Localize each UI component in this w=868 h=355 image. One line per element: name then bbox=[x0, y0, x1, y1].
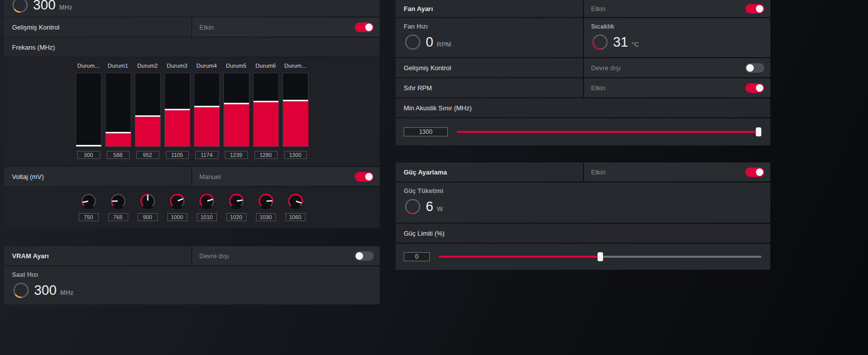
voltage-knob-column: 750 bbox=[76, 192, 102, 221]
power-tuning-toggle[interactable] bbox=[745, 167, 764, 177]
power-draw-value: 6 bbox=[426, 200, 433, 214]
freq-state-name: Durum5 bbox=[226, 63, 246, 71]
fan-advanced-control-status: Devre dışı bbox=[591, 64, 621, 72]
voltage-value-box[interactable]: 765 bbox=[108, 213, 128, 221]
freq-bar-fill[interactable] bbox=[283, 100, 308, 146]
zero-rpm-toggle[interactable] bbox=[745, 83, 764, 93]
freq-state-column: Durum3 1105 bbox=[164, 63, 190, 159]
slider-fill bbox=[457, 131, 759, 133]
freq-bar[interactable] bbox=[194, 73, 220, 147]
freq-value-box[interactable]: 952 bbox=[136, 151, 159, 159]
freq-state-column: Durum1 588 bbox=[105, 63, 131, 159]
slider-fill bbox=[439, 256, 599, 258]
min-acoustic-slider[interactable] bbox=[457, 127, 761, 136]
voltage-knob[interactable] bbox=[227, 192, 245, 210]
min-acoustic-value-input[interactable]: 1300 bbox=[404, 127, 448, 136]
power-limit-value-input[interactable]: 0 bbox=[404, 252, 430, 261]
power-limit-slider-handle[interactable] bbox=[598, 252, 603, 261]
power-draw-gauge: 6 W bbox=[404, 198, 762, 216]
freq-bar-fill[interactable] bbox=[224, 103, 249, 146]
toggle-knob bbox=[756, 84, 763, 92]
freq-state-name: Durum2 bbox=[137, 63, 158, 71]
vram-toggle[interactable] bbox=[355, 251, 374, 261]
freq-bar[interactable] bbox=[164, 73, 190, 147]
top-clock-gauge: 300 MHz bbox=[4, 0, 380, 17]
zero-rpm-status-cell: Etkin bbox=[584, 78, 770, 97]
fan-tuning-toggle[interactable] bbox=[745, 4, 764, 14]
voltage-knob[interactable] bbox=[257, 192, 275, 210]
freq-bar[interactable] bbox=[76, 73, 102, 147]
freq-bar-fill[interactable] bbox=[253, 101, 278, 146]
voltage-value-box[interactable]: 1060 bbox=[285, 213, 306, 221]
voltage-value-box[interactable]: 1020 bbox=[226, 213, 246, 221]
fan-advanced-control-toggle[interactable] bbox=[745, 63, 764, 73]
toggle-knob bbox=[365, 24, 373, 31]
temperature-gauge-icon bbox=[591, 33, 609, 51]
gpu-advanced-control-toggle[interactable] bbox=[355, 23, 374, 32]
freq-state-name: Durum6 bbox=[255, 63, 276, 71]
freq-value-box[interactable]: 1105 bbox=[166, 151, 189, 159]
freq-bar[interactable] bbox=[105, 73, 131, 147]
voltage-label-cell: Voltaj (mV) bbox=[4, 167, 191, 186]
voltage-value-box[interactable]: 750 bbox=[79, 213, 99, 221]
clock-gauge-strip: 300 MHz bbox=[4, 0, 380, 17]
toggle-knob bbox=[356, 252, 363, 260]
voltage-value-box[interactable]: 900 bbox=[138, 213, 158, 221]
freq-value-box[interactable]: 1239 bbox=[225, 151, 248, 159]
temperature-gauge: 31 °C bbox=[591, 33, 639, 51]
voltage-knob[interactable] bbox=[80, 192, 98, 210]
frequency-header: Frekans (MHz) bbox=[4, 38, 380, 57]
freq-state-name: Durum... bbox=[284, 63, 306, 71]
toggle-knob bbox=[365, 173, 373, 181]
min-acoustic-slider-handle[interactable] bbox=[756, 127, 761, 136]
freq-value-box[interactable]: 588 bbox=[107, 151, 130, 159]
fan-tuning-status-cell: Etkin bbox=[584, 0, 770, 17]
freq-bar-fill[interactable] bbox=[106, 132, 131, 146]
vram-clock-gauge: 300 MHz bbox=[12, 281, 372, 299]
toggle-knob bbox=[756, 168, 763, 176]
voltage-toggle[interactable] bbox=[355, 172, 374, 182]
min-acoustic-slider-row: 1300 bbox=[396, 118, 770, 145]
voltage-knob-column: 1010 bbox=[194, 192, 220, 221]
frequency-header-label: Frekans (MHz) bbox=[12, 44, 55, 51]
freq-bar[interactable] bbox=[135, 73, 161, 147]
freq-bar[interactable] bbox=[253, 73, 279, 147]
freq-state-name: Durum3 bbox=[167, 63, 187, 71]
voltage-value-box[interactable]: 1030 bbox=[256, 213, 276, 221]
freq-bar[interactable] bbox=[282, 73, 309, 147]
zero-rpm-label-cell: Sıfır RPM bbox=[396, 78, 583, 97]
gpu-advanced-control-status-cell: Etkin bbox=[192, 18, 380, 37]
freq-bar-fill[interactable] bbox=[76, 145, 101, 146]
row-vram: VRAM Ayarı Devre dışı bbox=[4, 246, 380, 265]
temperature-unit: °C bbox=[632, 37, 639, 48]
row-fan-advanced-control: Gelişmiş Kontrol Devre dışı bbox=[396, 58, 770, 77]
power-limit-header: Güç Limiti (%) bbox=[396, 224, 770, 243]
voltage-status: Manuel bbox=[199, 173, 221, 181]
voltage-knob[interactable] bbox=[286, 192, 305, 210]
voltage-knob-column: 765 bbox=[105, 192, 131, 221]
voltage-knob[interactable] bbox=[198, 192, 216, 210]
power-tuning-status: Etkin bbox=[591, 168, 606, 176]
fan-tuning-title: Fan Ayarı bbox=[404, 5, 433, 13]
freq-value-box[interactable]: 1300 bbox=[284, 151, 307, 159]
freq-state-name: Durum1 bbox=[108, 63, 128, 71]
voltage-value-box[interactable]: 1010 bbox=[197, 213, 217, 221]
freq-bar-fill[interactable] bbox=[135, 115, 160, 146]
toggle-knob bbox=[756, 5, 763, 13]
voltage-knob[interactable] bbox=[168, 192, 186, 210]
freq-state-name: Durum4 bbox=[196, 63, 217, 71]
fan-speed-cell: Fan Hızı 0 RPM bbox=[396, 18, 583, 57]
voltage-knob-column: 1060 bbox=[282, 192, 309, 221]
power-tuning-title: Güç Ayarlama bbox=[404, 168, 447, 176]
power-limit-slider[interactable] bbox=[439, 252, 761, 261]
freq-bar[interactable] bbox=[223, 73, 249, 147]
freq-value-box[interactable]: 1174 bbox=[195, 151, 218, 159]
voltage-knob[interactable] bbox=[139, 192, 157, 210]
freq-value-box[interactable]: 300 bbox=[77, 151, 100, 159]
freq-bar-fill[interactable] bbox=[194, 106, 219, 146]
voltage-knob[interactable] bbox=[109, 192, 127, 210]
freq-bar-fill[interactable] bbox=[165, 109, 190, 146]
freq-value-box[interactable]: 1280 bbox=[254, 151, 277, 159]
voltage-status-cell: Manuel bbox=[192, 167, 380, 186]
voltage-value-box[interactable]: 1000 bbox=[167, 213, 187, 221]
